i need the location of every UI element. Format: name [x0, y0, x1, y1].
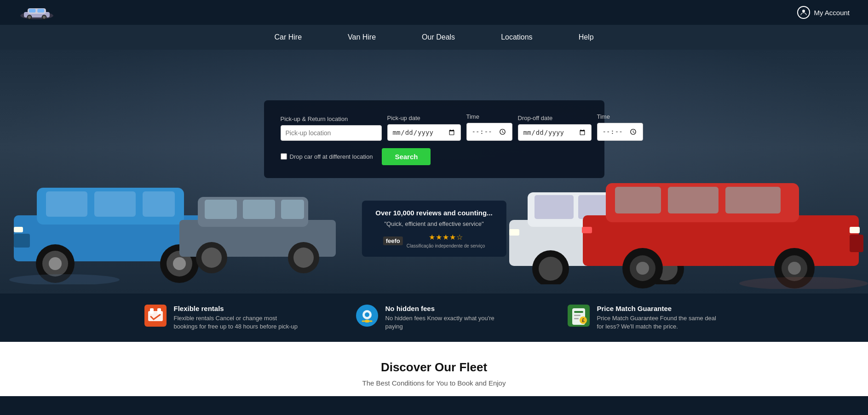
- feature-price-match: £ Price Match Guarantee Price Match Guar…: [568, 305, 724, 331]
- different-location-checkbox[interactable]: [281, 153, 287, 160]
- svg-rect-4: [37, 9, 44, 12]
- feefo-logo: feefo: [383, 236, 403, 245]
- svg-text:£: £: [582, 318, 585, 323]
- fleet-subtitle: The Best Conditions for You to Book and …: [28, 379, 840, 387]
- feature-no-hidden: No hidden fees No hidden fees Know exact…: [356, 305, 512, 331]
- pickup-date-input[interactable]: [387, 124, 461, 141]
- logo-area[interactable]: [18, 4, 55, 21]
- dropoff-date-field-group: Drop-off date: [518, 115, 592, 141]
- features-bar: Flexible rentals Flexible rentals Cancel…: [0, 294, 868, 342]
- svg-rect-70: [574, 311, 583, 313]
- main-nav: Car Hire Van Hire Our Deals Locations He…: [0, 25, 868, 50]
- flexible-icon: [144, 305, 167, 327]
- nav-item-car-hire[interactable]: Car Hire: [274, 33, 302, 41]
- top-bar: My Account: [0, 0, 868, 25]
- pickup-time-label: Time: [466, 113, 512, 120]
- different-location-text: Drop car off at different location: [290, 153, 373, 160]
- feature-flexible-text: Flexible rentals Flexible rentals Cancel…: [174, 305, 301, 331]
- svg-rect-62: [150, 308, 154, 314]
- svg-point-66: [365, 312, 369, 317]
- feature-flexible-desc: Flexible rentals Cancel or change most b…: [174, 314, 301, 331]
- feature-no-hidden-desc: No hidden fees Know exactly what you're …: [385, 314, 512, 331]
- svg-rect-67: [365, 320, 369, 323]
- dropoff-time-label: Time: [597, 113, 643, 120]
- nav-item-van-hire[interactable]: Van Hire: [348, 33, 376, 41]
- review-quote: "Quick, efficient and effective service": [375, 220, 492, 227]
- feature-price-match-text: Price Match Guarantee Price Match Guaran…: [597, 305, 724, 331]
- svg-rect-63: [157, 308, 161, 314]
- feefo-rating: ★★★★☆ Classificação independente de serv…: [407, 233, 485, 248]
- search-button[interactable]: Search: [382, 148, 431, 165]
- svg-rect-72: [574, 318, 579, 319]
- feature-no-hidden-text: No hidden fees No hidden fees Know exact…: [385, 305, 512, 331]
- feature-flexible-title: Flexible rentals: [174, 305, 301, 312]
- search-row1: Pick-up & Return location Pick-up date T…: [281, 113, 588, 141]
- feature-flexible: Flexible rentals Flexible rentals Cancel…: [144, 305, 301, 331]
- review-title: Over 10,000 reviews and counting...: [375, 209, 492, 217]
- nav-item-locations[interactable]: Locations: [501, 33, 533, 41]
- dropoff-time-field-group: Time: [597, 113, 643, 141]
- svg-point-6: [28, 16, 31, 19]
- review-card: Over 10,000 reviews and counting... "Qui…: [362, 201, 506, 257]
- dropoff-date-input[interactable]: [518, 124, 592, 141]
- svg-point-9: [802, 10, 805, 12]
- search-row2: Drop car off at different location Searc…: [281, 148, 588, 165]
- price-match-icon: £: [568, 305, 590, 327]
- search-box: Pick-up & Return location Pick-up date T…: [264, 100, 604, 178]
- location-label: Pick-up & Return location: [281, 115, 382, 122]
- location-field-group: Pick-up & Return location: [281, 115, 382, 141]
- feefo-row: feefo ★★★★☆ Classificação independente d…: [375, 233, 492, 248]
- feature-price-match-desc: Price Match Guarantee Found the same dea…: [597, 314, 724, 331]
- feature-no-hidden-title: No hidden fees: [385, 305, 512, 312]
- pickup-location-input[interactable]: [281, 125, 382, 141]
- svg-point-8: [43, 16, 46, 19]
- nav-item-our-deals[interactable]: Our Deals: [422, 33, 455, 41]
- my-account-button[interactable]: My Account: [797, 6, 850, 19]
- feature-price-match-title: Price Match Guarantee: [597, 305, 724, 312]
- stars: ★★★★☆: [429, 233, 463, 241]
- pickup-time-field-group: Time: [466, 113, 512, 141]
- svg-rect-3: [29, 9, 36, 12]
- account-icon: [797, 6, 810, 19]
- pickup-date-label: Pick-up date: [387, 115, 461, 121]
- fleet-section: Discover Our Fleet The Best Conditions f…: [0, 342, 868, 396]
- different-location-label[interactable]: Drop car off at different location: [281, 153, 373, 160]
- no-hidden-icon: [356, 305, 378, 327]
- pickup-time-input[interactable]: [466, 123, 512, 141]
- nav-item-help[interactable]: Help: [579, 33, 594, 41]
- pickup-date-field-group: Pick-up date: [387, 115, 461, 141]
- dropoff-time-input[interactable]: [597, 123, 643, 141]
- fleet-title: Discover Our Fleet: [28, 360, 840, 375]
- dropoff-date-label: Drop-off date: [518, 115, 592, 121]
- hero-section: Pick-up & Return location Pick-up date T…: [0, 50, 868, 294]
- feefo-sub: Classificação independente de serviço: [407, 243, 485, 248]
- logo-icon: [18, 4, 55, 21]
- my-account-label: My Account: [814, 9, 850, 17]
- svg-rect-71: [574, 315, 581, 316]
